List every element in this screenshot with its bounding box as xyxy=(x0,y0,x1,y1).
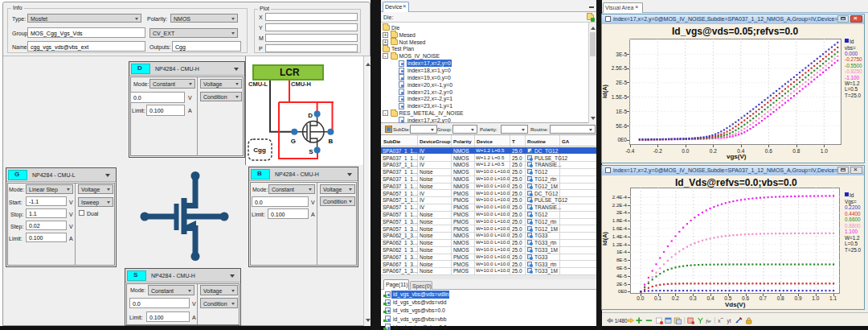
svg-text:G: G xyxy=(291,138,296,145)
svg-text:Cgg: Cgg xyxy=(253,146,266,154)
svg-text:x ̅: x ̅ xyxy=(718,317,723,323)
svg-text:yt: yt xyxy=(727,317,731,324)
svg-text:fw: fw xyxy=(706,317,711,323)
svg-text:D: D xyxy=(308,112,313,119)
svg-text:1/480: 1/480 xyxy=(615,317,628,323)
svg-text:S: S xyxy=(309,148,313,155)
svg-text:B: B xyxy=(329,138,334,145)
